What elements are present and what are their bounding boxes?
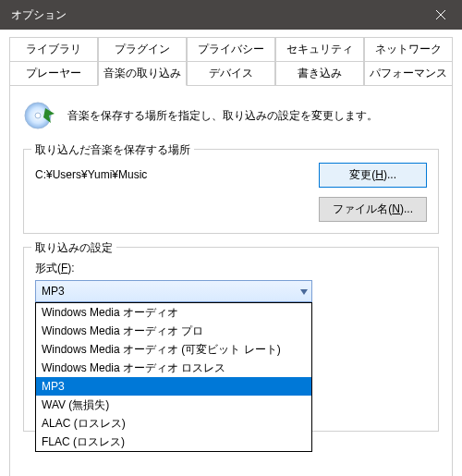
rip-cd-icon	[23, 99, 56, 132]
format-option-wav[interactable]: WAV (無損失)	[36, 396, 311, 414]
titlebar: オプション	[0, 0, 462, 30]
intro-row: 音楽を保存する場所を指定し、取り込みの設定を変更します。	[23, 99, 439, 132]
filename-button[interactable]: ファイル名(N)...	[319, 197, 427, 222]
format-option-wma-vbr[interactable]: Windows Media オーディオ (可変ビット レート)	[36, 340, 311, 359]
format-selected-value: MP3	[42, 285, 65, 298]
dialog-content: ライブラリ プラグイン プライバシー セキュリティ ネットワーク プレーヤー 音…	[0, 30, 462, 476]
group-rip-settings: 取り込みの設定 形式(F): MP3 Windows Media オーディオ W…	[23, 247, 439, 432]
format-dropdown: Windows Media オーディオ Windows Media オーディオ …	[35, 302, 312, 452]
group-rip-title: 取り込みの設定	[31, 240, 116, 256]
format-combo-wrap: MP3 Windows Media オーディオ Windows Media オー…	[35, 280, 427, 302]
intro-text: 音楽を保存する場所を指定し、取り込みの設定を変更します。	[67, 108, 378, 124]
format-option-mp3[interactable]: MP3	[36, 377, 311, 396]
tab-network[interactable]: ネットワーク	[364, 37, 453, 61]
tab-panel-rip: 音楽を保存する場所を指定し、取り込みの設定を変更します。 取り込んだ音楽を保存す…	[9, 85, 453, 476]
svg-point-3	[35, 113, 41, 118]
group-storage: 取り込んだ音楽を保存する場所 C:¥Users¥Yumi¥Music 変更(H)…	[23, 149, 439, 234]
format-option-alac[interactable]: ALAC (ロスレス)	[36, 414, 311, 433]
tab-performance[interactable]: パフォーマンス	[364, 61, 453, 86]
format-combobox[interactable]: MP3	[35, 280, 312, 302]
tab-player[interactable]: プレーヤー	[9, 61, 98, 86]
window-title: オプション	[11, 7, 419, 23]
storage-path: C:¥Users¥Yumi¥Music	[35, 163, 310, 181]
tab-security[interactable]: セキュリティ	[275, 37, 364, 61]
close-icon	[436, 10, 445, 19]
tab-rip-music[interactable]: 音楽の取り込み	[98, 61, 187, 86]
tab-plugins[interactable]: プラグイン	[98, 37, 187, 61]
close-button[interactable]	[419, 0, 462, 30]
format-option-wma[interactable]: Windows Media オーディオ	[36, 303, 311, 322]
format-option-wma-pro[interactable]: Windows Media オーディオ プロ	[36, 322, 311, 340]
format-label: 形式(F):	[35, 261, 427, 276]
change-location-button[interactable]: 変更(H)...	[319, 163, 427, 188]
tab-burn[interactable]: 書き込み	[275, 61, 364, 86]
tab-devices[interactable]: デバイス	[187, 61, 275, 86]
chevron-down-icon	[300, 285, 308, 298]
format-option-wma-lossless[interactable]: Windows Media オーディオ ロスレス	[36, 359, 311, 377]
tab-library[interactable]: ライブラリ	[9, 37, 98, 61]
tab-strip: ライブラリ プラグイン プライバシー セキュリティ ネットワーク プレーヤー 音…	[9, 37, 453, 86]
tab-privacy[interactable]: プライバシー	[187, 37, 275, 61]
group-storage-title: 取り込んだ音楽を保存する場所	[31, 142, 194, 158]
format-option-flac[interactable]: FLAC (ロスレス)	[36, 433, 311, 451]
